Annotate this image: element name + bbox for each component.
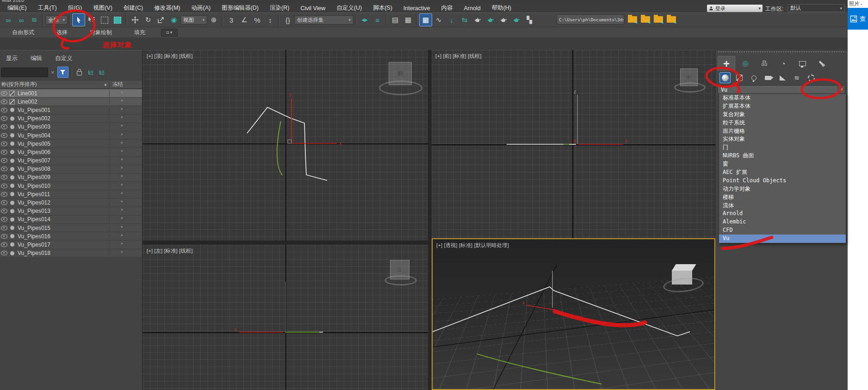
scene-object-row[interactable]: Vu_Pipes013 * bbox=[0, 207, 142, 216]
menu-item[interactable]: 视图(V) bbox=[87, 4, 118, 12]
scene-object-row[interactable]: Vu_Pipes012 * bbox=[0, 198, 142, 207]
freeze-cell[interactable]: * bbox=[109, 225, 142, 231]
visibility-eye-icon[interactable] bbox=[0, 116, 8, 121]
hierarchy-view-button[interactable] bbox=[85, 67, 96, 78]
scene-object-row[interactable]: Vu_Pipes005 * bbox=[0, 140, 142, 148]
select-and-place-button[interactable]: ◉ bbox=[167, 13, 180, 26]
menu-item[interactable]: Arnold bbox=[459, 5, 486, 12]
workspace-dropdown[interactable]: 默认 ▾ bbox=[787, 4, 845, 12]
freeze-cell[interactable]: * bbox=[109, 157, 142, 164]
freeze-cell[interactable]: * bbox=[109, 233, 142, 240]
visibility-eye-icon[interactable] bbox=[0, 99, 8, 104]
category-option[interactable]: 复合对象 bbox=[719, 111, 846, 119]
category-option[interactable]: 面片栅格 bbox=[719, 127, 846, 136]
manage-scene-states-icon[interactable] bbox=[654, 16, 663, 23]
category-option[interactable]: 扩展基本体 bbox=[719, 102, 846, 111]
lock-button[interactable] bbox=[74, 67, 85, 78]
visibility-eye-icon[interactable] bbox=[0, 251, 8, 255]
unlink-selection-icon[interactable]: ∞ bbox=[15, 13, 28, 26]
menu-item[interactable]: 工具(T) bbox=[32, 4, 62, 12]
percent-snap-button[interactable]: % bbox=[251, 13, 264, 26]
ribbon-tab[interactable]: 自由形式 bbox=[1, 29, 45, 37]
freeze-cell[interactable]: * bbox=[109, 149, 142, 155]
category-spacewarps-button[interactable]: ≋ bbox=[791, 72, 802, 83]
menu-item[interactable]: Civil View bbox=[295, 5, 331, 12]
viewcube-top-face[interactable] bbox=[671, 264, 696, 271]
category-option[interactable]: 楼梯 bbox=[719, 193, 846, 202]
ribbon-tab[interactable]: 对象绘制 bbox=[79, 29, 123, 37]
scene-object-row[interactable]: Line002 * bbox=[0, 98, 142, 106]
visibility-eye-icon[interactable] bbox=[0, 108, 8, 112]
scene-object-row[interactable]: Vu_Pipes018 * bbox=[0, 249, 142, 258]
visibility-eye-icon[interactable] bbox=[0, 150, 8, 155]
selection-region-button[interactable] bbox=[98, 13, 111, 26]
freeze-cell[interactable]: * bbox=[109, 107, 142, 113]
align-button[interactable]: ≡ bbox=[371, 13, 384, 26]
selection-filter-dropdown[interactable]: 全部▾ bbox=[45, 15, 68, 25]
scene-object-row[interactable]: Vu_Pipes003 * bbox=[0, 123, 142, 131]
material-editor-button[interactable] bbox=[471, 13, 484, 26]
tab-utilities[interactable] bbox=[812, 56, 830, 71]
scene-object-row[interactable]: Vu_Pipes007 * bbox=[0, 157, 142, 165]
scene-explorer-header[interactable]: 称(按升序排序) ▲ 冻结 bbox=[0, 80, 142, 89]
visibility-eye-icon[interactable] bbox=[0, 175, 8, 180]
select-and-link-icon[interactable]: ∞ bbox=[2, 13, 15, 26]
category-option[interactable]: AEC 扩展 bbox=[719, 168, 846, 177]
object-category-dropdown[interactable]: Vu ▼ bbox=[718, 85, 845, 94]
freeze-cell[interactable]: * bbox=[109, 241, 142, 248]
scene-object-row[interactable]: Vu_Pipes010 * bbox=[0, 182, 142, 190]
visibility-eye-icon[interactable] bbox=[0, 200, 8, 205]
category-option[interactable]: NURBS 曲面 bbox=[719, 152, 846, 160]
scene-explorer-menu-item[interactable]: 显示 bbox=[6, 55, 18, 62]
select-by-name-button[interactable] bbox=[85, 13, 98, 26]
category-option[interactable]: 窗 bbox=[719, 160, 846, 168]
mirror-button[interactable]: ◀▶ bbox=[358, 13, 371, 26]
scene-object-row[interactable]: Vu_Pipes017 * bbox=[0, 241, 142, 249]
menu-item[interactable]: 图形编辑器(D) bbox=[216, 4, 264, 12]
category-option[interactable]: 门 bbox=[719, 143, 846, 152]
tab-create[interactable]: + bbox=[718, 56, 735, 71]
schematic-view-button[interactable]: ⇆ bbox=[458, 13, 471, 26]
edit-named-selections-button[interactable]: {} bbox=[281, 13, 294, 26]
menu-item[interactable]: 帮助(H) bbox=[486, 4, 517, 12]
category-cameras-button[interactable] bbox=[763, 72, 774, 83]
scene-object-row[interactable]: Vu_Pipes002 * bbox=[0, 115, 142, 123]
viewport-front[interactable]: [+] [前] [标准] [线框] 前 z y x bbox=[432, 50, 715, 241]
menu-item[interactable]: 创建(C) bbox=[118, 4, 149, 12]
window-crossing-toggle[interactable] bbox=[111, 13, 124, 26]
snap-toggle-button[interactable]: 3 bbox=[225, 13, 238, 26]
menu-item[interactable]: 内容 bbox=[436, 4, 459, 12]
freeze-cell[interactable]: * bbox=[109, 191, 142, 198]
freeze-cell[interactable]: * bbox=[109, 99, 142, 105]
freeze-cell[interactable]: * bbox=[109, 199, 142, 206]
category-option[interactable]: 实体对象 bbox=[719, 135, 846, 143]
scene-object-row[interactable]: Line001 * bbox=[0, 89, 142, 98]
category-helpers-button[interactable] bbox=[777, 72, 788, 83]
viewcube-ring[interactable] bbox=[674, 82, 706, 93]
visibility-eye-icon[interactable] bbox=[0, 192, 8, 197]
freeze-cell[interactable]: * bbox=[109, 216, 142, 223]
asset-tracking-icon[interactable] bbox=[628, 16, 637, 23]
visibility-eye-icon[interactable] bbox=[0, 124, 8, 129]
category-geometry-button[interactable] bbox=[719, 72, 731, 83]
scene-object-row[interactable]: Vu_Pipes014 * bbox=[0, 216, 142, 224]
chevron-down-icon[interactable]: ▼ bbox=[837, 86, 845, 93]
category-option[interactable]: 标准基本体 bbox=[719, 94, 846, 102]
freeze-cell[interactable]: * bbox=[109, 90, 142, 97]
freeze-cell[interactable]: * bbox=[109, 132, 142, 139]
name-column-header[interactable]: 称(按升序排序) bbox=[0, 81, 104, 88]
visibility-eye-icon[interactable] bbox=[0, 234, 8, 239]
viewport-label[interactable]: [+] [顶] [标准] [线框] bbox=[147, 53, 192, 60]
category-shapes-button[interactable] bbox=[734, 72, 745, 83]
select-and-move-button[interactable] bbox=[129, 13, 142, 26]
select-and-scale-button[interactable] bbox=[155, 13, 167, 26]
spinner-snap-button[interactable]: ↕ bbox=[264, 13, 277, 26]
visibility-eye-icon[interactable] bbox=[0, 226, 8, 230]
tab-modify[interactable]: ◎ bbox=[737, 56, 754, 71]
scene-explorer-menu-item[interactable]: 自定义 bbox=[55, 55, 73, 62]
menu-item[interactable]: Interactive bbox=[398, 5, 436, 12]
visibility-eye-icon[interactable] bbox=[0, 217, 8, 222]
signin-button[interactable]: 登录 ▾ bbox=[707, 5, 763, 12]
tab-motion[interactable]: ◔ bbox=[775, 56, 792, 71]
ribbon-tab[interactable]: 选择 bbox=[45, 29, 79, 37]
